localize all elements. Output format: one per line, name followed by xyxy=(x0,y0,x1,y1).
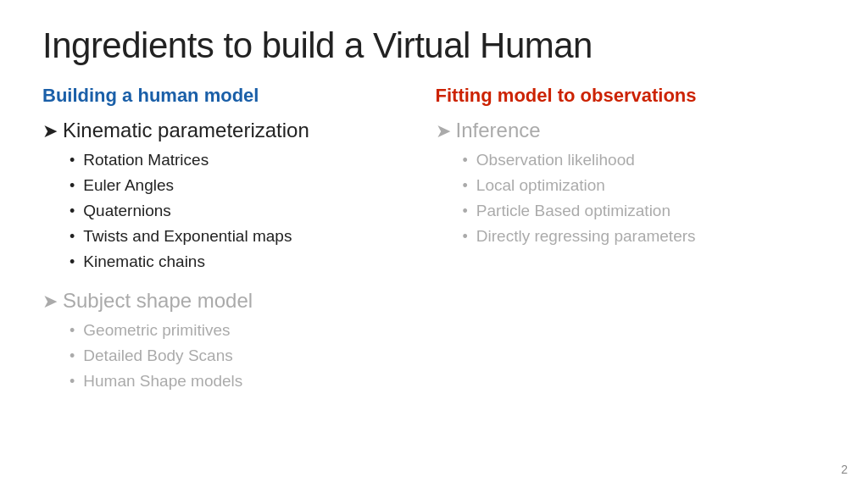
list-item: Human Shape models xyxy=(70,369,402,394)
inference-label: Inference xyxy=(456,119,541,142)
shape-arrow: ➤ xyxy=(42,291,58,313)
left-col-heading: Building a human model xyxy=(42,85,402,107)
columns: Building a human model ➤ Kinematic param… xyxy=(42,85,826,409)
list-item: Particle Based optimization xyxy=(463,198,826,224)
section-kinematic-header: ➤ Kinematic parameterization xyxy=(42,119,402,142)
shape-bullets: Geometric primitives Detailed Body Scans… xyxy=(70,318,402,394)
list-item: Rotation Matrices xyxy=(70,147,402,173)
list-item: Euler Angles xyxy=(70,173,402,198)
section-shape-header: ➤ Subject shape model xyxy=(42,289,402,313)
slide: Ingredients to build a Virtual Human Bui… xyxy=(0,0,868,488)
inference-arrow: ➤ xyxy=(436,120,451,142)
slide-title: Ingredients to build a Virtual Human xyxy=(42,25,826,66)
col-right: Fitting model to observations ➤ Inferenc… xyxy=(419,85,826,409)
col-left: Building a human model ➤ Kinematic param… xyxy=(42,85,419,409)
list-item: Twists and Exponential maps xyxy=(70,224,402,249)
kinematic-bullets: Rotation Matrices Euler Angles Quaternio… xyxy=(70,147,402,274)
list-item: Geometric primitives xyxy=(70,318,402,343)
list-item: Quaternions xyxy=(70,198,402,224)
list-item: Observation likelihood xyxy=(463,147,826,173)
list-item: Directly regressing parameters xyxy=(463,224,826,249)
list-item: Detailed Body Scans xyxy=(70,343,402,369)
page-number: 2 xyxy=(841,463,848,476)
inference-bullets: Observation likelihood Local optimizatio… xyxy=(463,147,826,249)
kinematic-arrow: ➤ xyxy=(42,120,58,142)
list-item: Kinematic chains xyxy=(70,249,402,274)
shape-label: Subject shape model xyxy=(63,289,253,313)
right-col-heading: Fitting model to observations xyxy=(436,85,826,107)
kinematic-label: Kinematic parameterization xyxy=(63,119,309,142)
section-inference-header: ➤ Inference xyxy=(436,119,826,142)
list-item: Local optimization xyxy=(463,173,826,198)
